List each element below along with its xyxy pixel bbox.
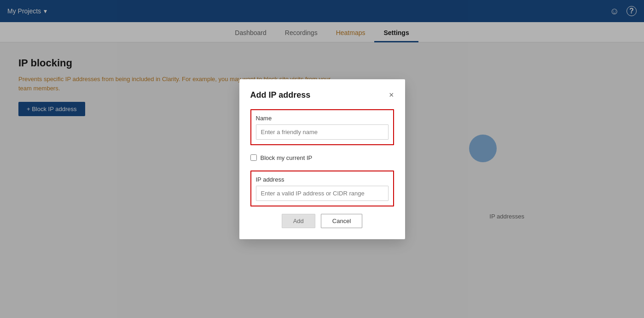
checkbox-row: Block my current IP bbox=[250, 153, 394, 163]
modal-overlay: Add IP address × Name Block my current I… bbox=[0, 0, 644, 318]
modal-close-button[interactable]: × bbox=[389, 91, 394, 99]
block-current-ip-checkbox[interactable] bbox=[250, 154, 257, 161]
name-input[interactable] bbox=[256, 124, 389, 140]
add-button[interactable]: Add bbox=[282, 214, 315, 228]
cancel-button[interactable]: Cancel bbox=[321, 214, 362, 228]
name-label: Name bbox=[256, 115, 389, 122]
ip-field-group: IP address bbox=[250, 171, 394, 206]
modal-header: Add IP address × bbox=[250, 90, 394, 100]
name-field-group: Name bbox=[250, 109, 394, 145]
modal-title: Add IP address bbox=[250, 90, 311, 100]
modal-footer: Add Cancel bbox=[250, 214, 394, 228]
ip-input[interactable] bbox=[256, 186, 389, 201]
ip-label: IP address bbox=[256, 176, 389, 183]
checkbox-label[interactable]: Block my current IP bbox=[261, 154, 313, 161]
add-ip-modal: Add IP address × Name Block my current I… bbox=[239, 79, 405, 239]
